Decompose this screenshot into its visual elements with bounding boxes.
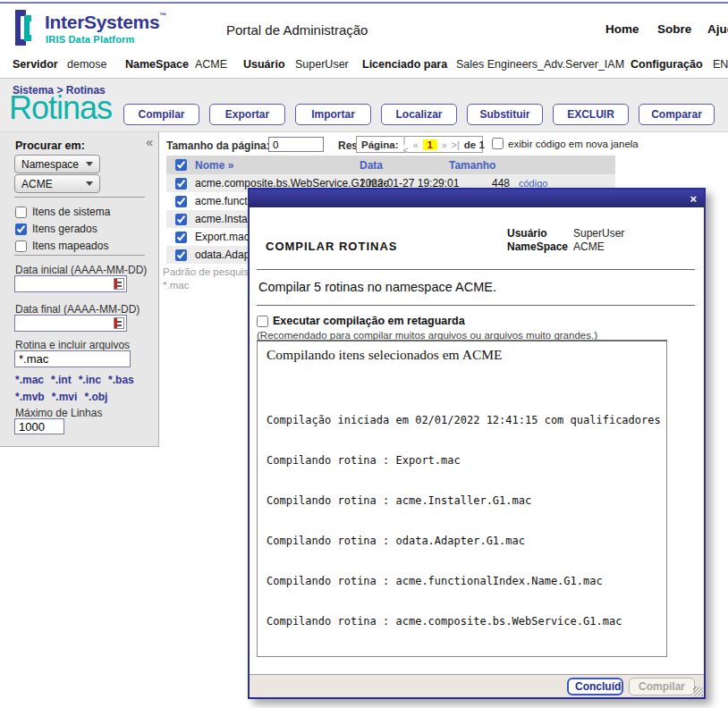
log-line: Compilando rotina : acme.Installer.G1.ma… — [267, 494, 657, 508]
new-window-checkbox[interactable] — [492, 138, 504, 149]
log-line: Compilando rotina : acme.functionalIndex… — [267, 575, 657, 588]
dialog-message: Compilar 5 rotinas no namespace ACME. — [258, 280, 496, 294]
background-compile-checkbox[interactable] — [257, 316, 268, 327]
background-compile-checkbox-row[interactable]: Executar compilação em retaguarda — [257, 315, 465, 327]
server-value: demose — [67, 58, 106, 71]
select-all-checkbox[interactable] — [175, 159, 187, 171]
substituir-button[interactable]: Substituir — [467, 104, 543, 125]
generated-items-checkbox[interactable] — [15, 223, 27, 235]
date-end-field — [14, 315, 127, 332]
chevron-down-icon — [86, 181, 93, 186]
localizar-button[interactable]: Localizar — [381, 104, 457, 125]
trademark-symbol: ™ — [159, 12, 166, 20]
pagination-label: Página: — [361, 139, 399, 150]
log-line: Compilando rotina : odata.Adapter.G1.mac — [267, 535, 657, 548]
generated-items-checkbox-row[interactable]: Itens gerados — [15, 223, 97, 235]
dialog-namespace-row: NameSpace ACME — [507, 240, 605, 253]
compile-routines-dialog: × COMPILAR ROTINAS Usuário SuperUser Nam… — [248, 188, 706, 699]
column-tamanho[interactable]: Tamanho — [449, 159, 521, 172]
nav-home[interactable]: Home — [605, 22, 639, 36]
compile-log-output[interactable]: Compilando itens selecionados em ACME Co… — [257, 340, 667, 657]
system-items-checkbox[interactable] — [15, 206, 27, 218]
row-checkbox[interactable] — [175, 249, 187, 261]
routine-label: Rotina e incluir arquivos — [15, 339, 130, 351]
page-title: Rotinas — [9, 89, 112, 127]
compilar-button[interactable]: Compilar — [123, 104, 199, 125]
importar-button[interactable]: Importar — [295, 104, 371, 125]
mask-mvi-link[interactable]: *.mvi — [52, 391, 78, 403]
comparar-button[interactable]: Comparar — [639, 104, 715, 125]
row-checkbox[interactable] — [175, 214, 187, 225]
page-size-label: Tamanho da página: — [166, 139, 270, 152]
mask-obj-link[interactable]: *.obj — [84, 391, 107, 403]
new-window-checkbox-row[interactable]: exibir código em nova janela — [492, 138, 639, 149]
toolbar: Compilar Exportar Importar Localizar Sub… — [123, 104, 715, 125]
namespace-select-value: ACME — [21, 178, 53, 190]
portal-title: Portal de Administração — [226, 22, 368, 38]
search-pattern-value: *.mac — [163, 280, 189, 291]
page-size-input[interactable] — [268, 137, 324, 152]
row-checkbox[interactable] — [175, 232, 187, 243]
system-items-label: Itens de sistema — [32, 206, 110, 218]
date-start-label: Data inicial (AAAA-MM-DD) — [15, 264, 147, 276]
column-data[interactable]: Data — [360, 159, 449, 172]
search-sidebar: « Procurar em: Namespace ACME Itens de s… — [0, 132, 159, 447]
log-line: Compilando rotina : acme.composite.bs.We… — [267, 615, 657, 628]
done-button[interactable]: Concluído — [567, 678, 623, 695]
configuration-value: EN — [713, 58, 728, 71]
table-header: Nome » Data Tamanho — [166, 156, 615, 174]
last-page-icon[interactable]: >| — [452, 139, 460, 150]
search-type-select[interactable]: Namespace — [14, 155, 100, 173]
close-icon[interactable]: × — [690, 193, 697, 205]
namespace-select[interactable]: ACME — [14, 174, 100, 193]
log-line: Compilando rotina : Export.mac — [267, 454, 657, 468]
max-lines-label: Máximo de Linhas — [15, 407, 102, 419]
mask-int-link[interactable]: *.int — [51, 374, 72, 386]
dialog-namespace-value: ACME — [573, 240, 605, 253]
date-end-input[interactable] — [14, 315, 127, 332]
system-items-checkbox-row[interactable]: Itens de sistema — [15, 206, 110, 218]
calendar-icon[interactable] — [114, 317, 124, 329]
mask-inc-link[interactable]: *.inc — [79, 374, 101, 386]
exportar-button[interactable]: Exportar — [209, 104, 285, 125]
sidebar-collapse-icon[interactable]: « — [146, 135, 153, 149]
date-start-field — [14, 275, 127, 292]
date-end-label: Data final (AAAA-MM-DD) — [15, 303, 140, 316]
mask-bas-link[interactable]: *.bas — [108, 374, 134, 386]
log-line: Compilação iniciada em 02/01/2022 12:41:… — [267, 414, 657, 427]
row-checkbox[interactable] — [175, 196, 187, 207]
compile-disabled-button[interactable]: Compilar — [629, 678, 695, 695]
mapped-items-checkbox-row[interactable]: Itens mapeados — [15, 240, 108, 252]
mask-mac-link[interactable]: *.mac — [15, 374, 44, 386]
mapped-items-label: Itens mapeados — [32, 240, 108, 252]
dialog-user-value: SuperUser — [573, 227, 624, 240]
calendar-icon[interactable] — [114, 278, 124, 290]
dialog-titlebar[interactable]: × — [250, 190, 704, 207]
date-start-input[interactable] — [14, 275, 127, 292]
current-page: 1 — [423, 139, 437, 150]
row-checkbox[interactable] — [175, 178, 187, 190]
namespace-label: NameSpace — [125, 58, 189, 71]
dialog-user-label: Usuário — [507, 227, 573, 240]
routine-input[interactable] — [14, 350, 131, 367]
nav-ajuda[interactable]: Ajuda — [707, 22, 728, 36]
resize-handle[interactable] — [693, 687, 703, 696]
mapped-items-checkbox[interactable] — [15, 240, 27, 252]
column-nome[interactable]: Nome » — [195, 159, 360, 172]
page-total: de 1 — [464, 139, 485, 150]
licensed-to-label: Licenciado para — [362, 58, 447, 71]
app-root: InterSystems™ IRIS Data Platform Portal … — [0, 0, 728, 708]
first-page-icon[interactable]: |< — [403, 134, 409, 156]
dialog-footer: Concluído Compilar — [250, 674, 704, 697]
mask-mvb-link[interactable]: *.mvb — [15, 391, 45, 403]
nav-sobre[interactable]: Sobre — [657, 22, 691, 36]
divider — [14, 255, 145, 256]
generated-items-label: Itens gerados — [32, 223, 97, 235]
next-page-icon[interactable]: » — [442, 139, 447, 150]
chevron-down-icon — [86, 162, 93, 166]
excluir-button[interactable]: EXCLUIR — [553, 104, 629, 125]
namespace-value: ACME — [195, 58, 227, 71]
max-lines-input[interactable] — [14, 418, 64, 434]
prev-page-icon[interactable]: « — [413, 139, 419, 150]
licensed-to-value: Sales Engineers_Adv.Server_IAM — [456, 58, 624, 71]
